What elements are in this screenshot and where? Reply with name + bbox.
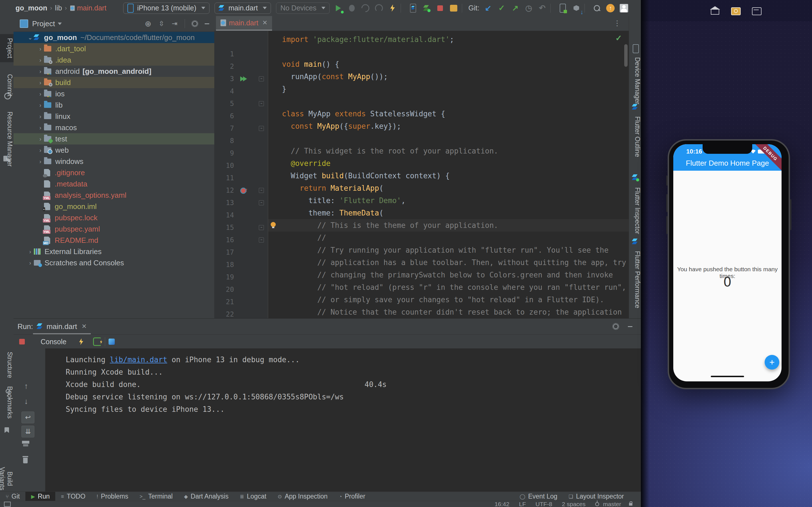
git-update-button[interactable]: ↙ [483,3,493,13]
tree-chevron-icon[interactable]: › [37,91,44,97]
tree-row-ios[interactable]: ›ios [13,88,214,100]
tree-row-lib[interactable]: ›lib [13,100,214,111]
tree-row-build[interactable]: ›✻build [13,77,214,88]
right-strip-item-flutter-inspector[interactable]: Flutter Inspector [629,187,641,234]
tree-row-readme-md[interactable]: MDREADME.md [13,235,214,246]
right-strip-item-flutter-performance[interactable]: Flutter Performance [629,251,641,308]
tool-window-button-app-inspection[interactable]: ⊙App Inspection [272,492,333,501]
tool-window-button-git[interactable]: ⑂Git [0,492,26,501]
tree-row--gitignore[interactable]: .gitignore [13,167,214,178]
expand-all-icon[interactable]: ⇳ [159,20,164,27]
device-manager-button[interactable] [558,3,567,13]
tree-chevron-icon[interactable]: › [37,147,44,154]
run-button[interactable] [334,3,343,13]
editor-tab-main-dart[interactable]: main.dart ✕ [216,16,272,30]
tree-row-macos[interactable]: ›macos [13,122,214,133]
git-push-button[interactable]: ↗ [510,3,520,13]
code-line-13[interactable]: return MaterialApp( [282,182,384,194]
gear-icon[interactable] [613,324,618,329]
left-strip-item-structure[interactable]: Structure [0,348,13,382]
console-file-link[interactable]: lib/main.dart [110,355,167,364]
code-line-5[interactable]: } [282,83,287,95]
tree-row-web[interactable]: ›web [13,145,214,156]
home-icon[interactable] [711,10,719,15]
status-encoding[interactable]: UTF-8 [536,501,552,507]
tree-row-go-moon[interactable]: ⌄go_moon~/Documents/code/flutter/go_moon [13,32,214,43]
hide-panel-icon[interactable] [205,23,209,24]
left-strip-item-bookmarks[interactable]: Bookmarks [0,382,13,422]
tree-row-go-moon-iml[interactable]: ▪go_moon.iml [13,201,214,212]
tree-chevron-icon[interactable]: › [27,260,34,266]
tree-row-pubspec-yaml[interactable]: YMLpubspec.yaml [13,223,214,235]
hot-reload-icon[interactable] [79,338,83,345]
breadcrumb-dir[interactable]: lib [55,4,62,12]
tree-chevron-icon[interactable]: › [37,57,44,63]
flutter-icon[interactable] [632,238,638,245]
status-indent[interactable]: 2 spaces [562,501,586,507]
tool-window-button-run[interactable]: ▶Run [26,492,55,501]
fold-marker-icon[interactable]: − [259,200,264,205]
pin-icon[interactable] [6,389,10,393]
screenshot-icon[interactable] [731,7,741,15]
run-console[interactable]: Launching lib/main.dart on iPhone 13 in … [45,348,641,492]
breadcrumb-file[interactable]: main.dart [77,4,106,12]
coverage-button[interactable] [361,3,370,13]
flutter-attach-button[interactable] [408,3,418,13]
hot-restart-icon[interactable] [93,337,101,346]
device-icon[interactable] [633,44,639,53]
tree-chevron-icon[interactable]: ⌄ [27,34,34,41]
chevron-down-icon[interactable] [58,22,62,25]
tool-window-button-terminal[interactable]: >_Terminal [134,492,178,501]
tree-chevron-icon[interactable]: › [37,113,44,120]
tool-window-button-logcat[interactable]: ≣Logcat [234,492,272,501]
tree-row--metadata[interactable]: .metadata [13,178,214,189]
tool-window-button-todo[interactable]: ≡TODO [55,492,91,501]
run-tab-main-dart[interactable]: main.dart ✕ [33,319,91,334]
device-selector-dropdown[interactable]: iPhone 13 (mobile) [123,3,209,14]
tree-chevron-icon[interactable]: › [37,79,44,86]
locate-file-icon[interactable]: ⊕ [145,19,151,29]
tree-row-linux[interactable]: ›linux [13,111,214,122]
code-line-14[interactable]: title: 'Flutter Demo', [282,194,405,207]
right-strip-item-device-manager[interactable]: Device Manager [629,57,641,104]
profile-button[interactable] [374,3,384,13]
archive-icon[interactable] [752,7,762,15]
editor-options-icon[interactable]: ⋮ [613,19,621,27]
open-devtools-icon[interactable] [109,339,115,345]
code-line-11[interactable]: @override [282,157,331,170]
tree-row-external-libraries[interactable]: ›External Libraries [13,246,214,257]
tree-row-scratches-and-consoles[interactable]: ›Scratches and Consoles [13,257,214,269]
tree-chevron-icon[interactable]: › [37,102,44,108]
override-gutter-icon[interactable] [240,187,246,194]
tree-chevron-icon[interactable]: › [37,68,44,75]
hot-reload-button[interactable] [388,3,397,13]
left-strip-item-resource-manager[interactable]: Resource Manager [0,108,13,171]
fold-marker-icon[interactable]: − [259,126,264,131]
run-config-dropdown[interactable]: main.dart [214,3,271,14]
code-line-7[interactable]: class MyApp extends StatelessWidget { [282,108,445,120]
tool-window-button-profiler[interactable]: ◔Profiler [333,492,371,501]
tree-chevron-icon[interactable]: › [37,124,44,131]
hot-restart-button[interactable] [422,3,432,13]
code-line-18[interactable]: // Try running your application with "fl… [282,244,608,256]
screenshot-button[interactable] [449,3,458,13]
right-strip-item-flutter-outline[interactable]: Flutter Outline [629,116,641,157]
scroll-down-icon[interactable]: ↓ [24,397,28,406]
editor-scrollbar[interactable] [624,44,627,67]
tree-chevron-icon[interactable]: › [37,136,44,142]
scroll-to-end-icon[interactable]: ⇊ [21,426,35,438]
intention-bulb-icon[interactable] [271,222,276,227]
code-line-1[interactable]: import 'package:flutter/material.dart'; [282,33,454,46]
bookmark-icon[interactable] [4,427,9,433]
tree-row--idea[interactable]: ›✻.idea [13,54,214,66]
code-line-4[interactable]: runApp(const MyApp()); [282,70,388,83]
search-everywhere-button[interactable] [592,3,602,13]
close-icon[interactable]: ✕ [262,19,267,26]
gear-icon[interactable] [192,21,197,26]
code-line-8[interactable]: const MyApp({super.key}); [282,120,401,132]
fold-marker-icon[interactable]: − [259,76,264,81]
project-panel-title[interactable]: Project [32,19,55,28]
flutter-icon[interactable] [632,104,638,110]
update-notification-button[interactable]: ↑ [606,3,615,13]
devices-dropdown[interactable]: No Devices [276,3,329,14]
